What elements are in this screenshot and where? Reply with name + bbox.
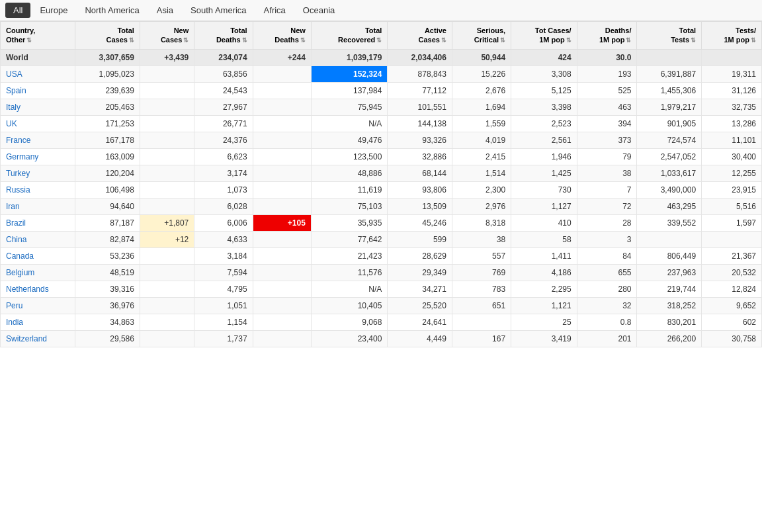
table-row: Iran94,6406,02875,10313,5092,9761,127724… [1,198,762,214]
country-cell[interactable]: UK [1,115,75,132]
country-link[interactable]: Iran [6,202,20,211]
active-cases-cell: 28,629 [388,247,452,264]
sort-icon-2: ⇅ [183,37,189,45]
col-header-11[interactable]: Tests/1M pop ⇅ [702,22,762,50]
tot-cases-per-1m-cell: 25 [511,314,577,330]
country-link[interactable]: Germany [6,152,38,161]
deaths-per-1m-cell: 7 [577,181,637,198]
country-link[interactable]: Italy [6,103,21,112]
tab-europe[interactable]: Europe [32,3,75,18]
tests-per-1m-cell: 602 [702,314,762,330]
col-header-10[interactable]: TotalTests ⇅ [637,22,702,50]
country-cell[interactable]: Italy [1,99,75,115]
country-cell[interactable]: Germany [1,148,75,165]
active-cases-cell: 25,520 [388,297,452,314]
tests-per-1m-cell: 30,758 [702,330,762,347]
total-recovered-cell: 152,324 [311,66,387,82]
tab-all[interactable]: All [5,3,30,18]
country-cell[interactable]: Turkey [1,165,75,181]
total-cases-cell: 29,586 [75,330,140,347]
sort-icon-8: ⇅ [566,37,572,45]
country-cell[interactable]: Belgium [1,264,75,281]
total-tests-cell: 219,744 [637,281,702,297]
table-row: Netherlands39,3164,795N/A34,2717832,2952… [1,281,762,297]
country-link[interactable]: China [6,235,26,244]
col-header-7[interactable]: Serious,Critical ⇅ [452,22,511,50]
country-link[interactable]: Russia [6,185,30,195]
country-link[interactable]: India [6,318,23,327]
country-link[interactable]: Canada [6,251,34,261]
deaths-per-1m-cell: 0.8 [577,314,637,330]
total-recovered-cell: 75,103 [311,198,387,214]
country-link[interactable]: USA [6,69,22,79]
country-cell[interactable]: Brazil [1,214,75,231]
col-header-3[interactable]: TotalDeaths ⇅ [194,22,253,50]
active-cases-cell: 878,843 [388,66,452,82]
col-header-6[interactable]: ActiveCases ⇅ [388,22,452,50]
country-cell[interactable]: Canada [1,247,75,264]
country-cell[interactable]: China [1,231,75,247]
country-link[interactable]: Spain [6,86,26,95]
sort-icon-6: ⇅ [441,37,446,45]
serious-critical-cell: 1,559 [452,115,511,132]
country-link[interactable]: France [6,136,30,145]
tests-per-1m-cell: 5,516 [702,198,762,214]
country-link[interactable]: Turkey [6,169,30,178]
tot-cases-per-1m-cell: 3,419 [511,330,577,347]
country-cell[interactable]: Iran [1,198,75,214]
tot-cases-per-1m-cell: 3,308 [511,66,577,82]
new-cases-cell [140,314,194,330]
country-link[interactable]: Belgium [6,268,34,277]
total-deaths-cell: 4,633 [194,231,253,247]
total-cases-cell: 167,178 [75,132,140,148]
new-deaths-cell [253,314,311,330]
tot-cases-per-1m-cell: 410 [511,214,577,231]
country-link[interactable]: UK [6,119,17,128]
tab-north-america[interactable]: North America [77,3,147,18]
country-link[interactable]: Peru [6,301,22,310]
country-link[interactable]: Brazil [6,218,26,228]
total-deaths-cell: 24,376 [194,132,253,148]
country-link[interactable]: Switzerland [6,334,47,343]
tab-oceania[interactable]: Oceania [295,3,343,18]
sort-icon-3: ⇅ [242,37,247,45]
deaths-per-1m-cell: 30.0 [577,49,637,66]
deaths-per-1m-cell: 84 [577,247,637,264]
total-recovered-cell: 35,935 [311,214,387,231]
country-cell[interactable]: Peru [1,297,75,314]
tests-per-1m-cell [702,49,762,66]
country-cell[interactable]: India [1,314,75,330]
country-cell[interactable]: France [1,132,75,148]
country-cell[interactable]: Switzerland [1,330,75,347]
deaths-per-1m-cell: 655 [577,264,637,281]
new-deaths-cell [253,181,311,198]
total-cases-cell: 87,187 [75,214,140,231]
tot-cases-per-1m-cell: 4,186 [511,264,577,281]
country-link[interactable]: Netherlands [6,285,49,294]
table-row: Peru36,9761,05110,40525,5206511,12132318… [1,297,762,314]
col-header-1[interactable]: TotalCases ⇅ [75,22,140,50]
country-cell[interactable]: Russia [1,181,75,198]
table-row: UK171,25326,771N/A144,1381,5592,52339490… [1,115,762,132]
table-row: Russia106,4981,07311,61993,8062,30073073… [1,181,762,198]
col-header-5[interactable]: TotalRecovered ⇅ [311,22,387,50]
country-cell[interactable]: USA [1,66,75,82]
table-row: Turkey120,2043,17448,88668,1441,5141,425… [1,165,762,181]
new-deaths-cell [253,231,311,247]
serious-critical-cell: 2,676 [452,82,511,99]
region-tabs-bar: AllEuropeNorth AmericaAsiaSouth AmericaA… [0,0,762,21]
country-cell[interactable]: Netherlands [1,281,75,297]
col-header-4[interactable]: NewDeaths ⇅ [253,22,311,50]
tab-africa[interactable]: Africa [256,3,294,18]
col-header-9[interactable]: Deaths/1M pop ⇅ [577,22,637,50]
active-cases-cell: 24,641 [388,314,452,330]
tab-asia[interactable]: Asia [149,3,181,18]
col-header-0[interactable]: Country,Other ⇅ [1,22,75,50]
total-deaths-cell: 1,154 [194,314,253,330]
total-tests-cell [637,231,702,247]
tab-south-america[interactable]: South America [183,3,255,18]
col-header-8[interactable]: Tot Cases/1M pop ⇅ [511,22,577,50]
total-tests-cell: 1,455,306 [637,82,702,99]
country-cell[interactable]: Spain [1,82,75,99]
col-header-2[interactable]: NewCases ⇅ [140,22,194,50]
